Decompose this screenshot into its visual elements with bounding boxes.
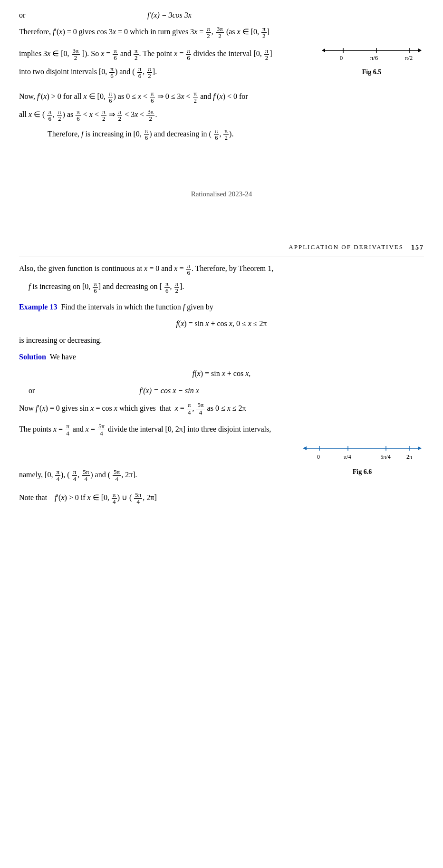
fig65-label: Fig 6.5: [319, 67, 424, 77]
formula1: f′(x) = 3cos 3x: [147, 9, 192, 21]
or-formula-line: or f′(x) = 3cos 3x: [19, 9, 424, 21]
svg-marker-1: [322, 48, 325, 52]
spacer1: [19, 145, 424, 174]
fig65: 0 π/6 π/2 Fig 6.5: [319, 43, 424, 81]
example13-formula: f(x) = sin x + cos x, 0 ≤ x ≤ 2π: [19, 317, 424, 330]
points-line: The points x = π4 and x = 5π4 divide the…: [19, 423, 424, 437]
therefore-increasing: Therefore, f is increasing in [0, π6) an…: [48, 127, 424, 142]
svg-marker-11: [418, 446, 422, 450]
sol-or-line: or f′(x) = cos x − sin x: [29, 384, 424, 397]
example13-tail: is increasing or decreasing.: [19, 334, 424, 347]
sol-fpx: f′(x) = cos x − sin x: [139, 384, 199, 397]
page-header: APPLICATION OF DERIVATIVES 157: [19, 242, 424, 253]
therefore-line: Therefore, f′(x) = 0 gives cos 3x = 0 wh…: [19, 25, 424, 39]
now-line1: Now, f′(x) > 0 for all x ∈ [0, π6) as 0 …: [19, 90, 424, 104]
subject-header: APPLICATION OF DERIVATIVES: [289, 242, 404, 253]
now-line-ex13: Now f′(x) = 0 gives sin x = cos x which …: [19, 402, 424, 416]
implies-text: implies 3x ∈ [0, 3π2 ]). So x = π6 and π…: [19, 43, 310, 83]
svg-text:0: 0: [340, 54, 343, 61]
svg-text:2π: 2π: [406, 453, 412, 460]
fig66-label: Fig 6.6: [300, 467, 424, 477]
bottom-section: Also, the given function is continuous a…: [19, 262, 424, 505]
3pi-2-frac: 3π2: [216, 26, 224, 40]
svg-marker-2: [418, 48, 422, 52]
namely-text: namely, [0, π4), ( π4, 5π4) and ( 5π4, 2…: [19, 441, 291, 486]
namely-with-fig: namely, [0, π4), ( π4, 5π4) and ( 5π4, 2…: [19, 441, 424, 486]
fig66: 0 π/4 5π/4 2π Fig 6.6: [300, 441, 424, 481]
header-divider: [19, 257, 424, 257]
or-label: or: [19, 9, 33, 21]
top-section: or f′(x) = 3cos 3x Therefore, f′(x) = 0 …: [19, 9, 424, 142]
svg-text:π/6: π/6: [370, 54, 378, 61]
pi-over-2: π2: [261, 26, 267, 40]
implies-with-fig: implies 3x ∈ [0, 3π2 ]). So x = π6 and π…: [19, 43, 424, 86]
rationalised-label: Rationalised 2023-24: [19, 188, 424, 200]
page-content: or f′(x) = 3cos 3x Therefore, f′(x) = 0 …: [19, 9, 424, 505]
solution-block: Solution We have: [19, 350, 424, 363]
numberline-fig66: 0 π/4 5π/4 2π: [300, 441, 424, 462]
example13-desc: Find the intervals in which the function…: [59, 303, 213, 311]
pi-2-frac: π2: [206, 26, 211, 40]
numberline-fig65: 0 π/6 π/2: [319, 43, 424, 62]
svg-marker-10: [303, 446, 307, 450]
page-number: 157: [411, 242, 424, 253]
svg-text:π/2: π/2: [405, 54, 413, 61]
now-line2: all x ∈ ( π6, π2) as π6 < x < π2 ⇒ π2 < …: [19, 108, 424, 122]
namely-line: namely, [0, π4), ( π4, 5π4) and ( 5π4, 2…: [19, 468, 291, 482]
also-line2: f is increasing on [0, π6] and decreasin…: [29, 280, 424, 294]
sol-fx: f(x) = sin x + cos x,: [19, 367, 424, 380]
spacer2: [19, 214, 424, 242]
or-label2: or: [29, 384, 35, 397]
solution-label: Solution: [19, 353, 46, 361]
svg-text:0: 0: [317, 453, 320, 460]
note-line: Note that f′(x) > 0 if x ∈ [0, π4) ∪ ( 5…: [19, 491, 424, 505]
also-line1: Also, the given function is continuous a…: [19, 262, 424, 276]
svg-text:π/4: π/4: [344, 453, 351, 460]
example13-title: Example 13 Find the intervals in which t…: [19, 301, 424, 313]
svg-text:5π/4: 5π/4: [380, 453, 390, 460]
